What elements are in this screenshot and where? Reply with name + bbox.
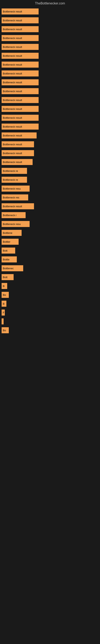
bar-row: Bottleneck r (1, 211, 99, 219)
bar-row: Bottleneck result (1, 122, 99, 131)
bar-row: Bott (1, 273, 99, 281)
bottleneck-bar: Bottleneck result (1, 79, 39, 85)
bar-row: Bottleneck result (1, 69, 99, 78)
bottleneck-bar: Bottleneck result (1, 141, 34, 147)
bottleneck-bar: Bo (1, 292, 9, 298)
bar-row: Bottleneck result (1, 34, 99, 42)
bottleneck-bar: Bottleneck result (1, 150, 34, 156)
bar-row: Bottleneck result (1, 43, 99, 51)
bar-row: Bottleneck result (1, 202, 99, 210)
bottleneck-bar: Bottlene (1, 230, 22, 236)
bar-row: Bottlene (1, 228, 99, 237)
bars-container: Bottleneck resultBottleneck resultBottle… (0, 6, 100, 336)
bar-row: Bottleneck result (1, 114, 99, 122)
bar-row: Bottleneck result (1, 60, 99, 69)
bar-row: Bottleneck result (1, 140, 99, 148)
bar-row: Bottleneck result (1, 7, 99, 16)
bottleneck-bar: B (1, 301, 6, 307)
bottleneck-bar: Bottleneck result (1, 203, 34, 209)
bottleneck-bar: Bottleneck result (1, 53, 39, 59)
bottleneck-bar: Bottleneck result (1, 35, 39, 41)
bar-row: Bottleneck resu (1, 220, 99, 228)
bottleneck-bar: Bottleneck result (1, 17, 39, 23)
bar-row: Bottleneck result (1, 16, 99, 24)
site-title: TheBottlenecker.com (0, 0, 100, 6)
bar-row: Bottleneck res (1, 193, 99, 202)
bar-row: Bo (1, 326, 99, 334)
bottleneck-bar (1, 318, 3, 324)
bottleneck-bar: Bottleneck re (1, 168, 27, 174)
bottleneck-bar: Bottleneck res (1, 194, 28, 200)
bar-row: Bottleneck result (1, 87, 99, 96)
bottleneck-bar: Bottleneck result (1, 88, 39, 94)
bottleneck-bar: Bottleneck result (1, 106, 39, 112)
bar-row: Bottleneck result (1, 105, 99, 113)
bar-row: Bottleneck result (1, 25, 99, 34)
bottleneck-bar: Bottleneck result (1, 44, 39, 50)
bar-row (1, 317, 99, 326)
bar-row: Bottleneck result (1, 96, 99, 104)
bar-row: Bottle (1, 255, 99, 264)
bar-row: Bottleneck result (1, 131, 99, 140)
bottleneck-bar: Bottleneck r (1, 212, 26, 218)
bar-row: Bottleneck result (1, 149, 99, 158)
bottleneck-bar: Bottler (1, 239, 19, 245)
bottleneck-bar: Bottle (1, 256, 17, 262)
bottleneck-bar: Bottleneck result (1, 159, 33, 165)
bottleneck-bar: Bottleneck result (1, 132, 37, 138)
bottleneck-bar: Bott (1, 274, 14, 280)
bottleneck-bar: Bottleneck result (1, 115, 39, 121)
bar-row: Bottleneck result (1, 78, 99, 86)
bar-row: Bott (1, 246, 99, 255)
bottleneck-bar: F (1, 310, 5, 316)
bottleneck-bar: Bottleneck resu (1, 221, 30, 227)
bottleneck-bar: Bottleneck result (1, 8, 39, 14)
bar-row: Bottleneck result (1, 158, 99, 166)
bar-row: Bottler (1, 238, 99, 246)
bottleneck-bar: Bottleneck re (1, 177, 27, 183)
bar-row: F (1, 308, 99, 317)
bar-row: B (1, 300, 99, 308)
bottleneck-bar: Bo (1, 327, 9, 333)
bottleneck-bar: Bott (1, 248, 15, 254)
bottleneck-bar: Bottleneck result (1, 70, 39, 76)
bar-row: Bottleneck result (1, 52, 99, 60)
bar-row: Bottleneck resu (1, 184, 99, 193)
bar-row: Bottlenec (1, 264, 99, 272)
bar-row: Bo (1, 290, 99, 299)
bottleneck-bar: B (1, 283, 7, 289)
bottleneck-bar: Bottleneck result (1, 124, 39, 130)
title-text: TheBottlenecker.com (35, 2, 65, 5)
bottleneck-bar: Bottleneck resu (1, 186, 30, 192)
bottleneck-bar: Bottleneck result (1, 62, 39, 68)
bottleneck-bar: Bottlenec (1, 265, 23, 271)
bar-row: Bottleneck re (1, 176, 99, 184)
bottleneck-bar: Bottleneck result (1, 97, 39, 103)
bar-row: B (1, 282, 99, 290)
bottleneck-bar: Bottleneck result (1, 26, 39, 32)
bar-row: Bottleneck re (1, 167, 99, 175)
